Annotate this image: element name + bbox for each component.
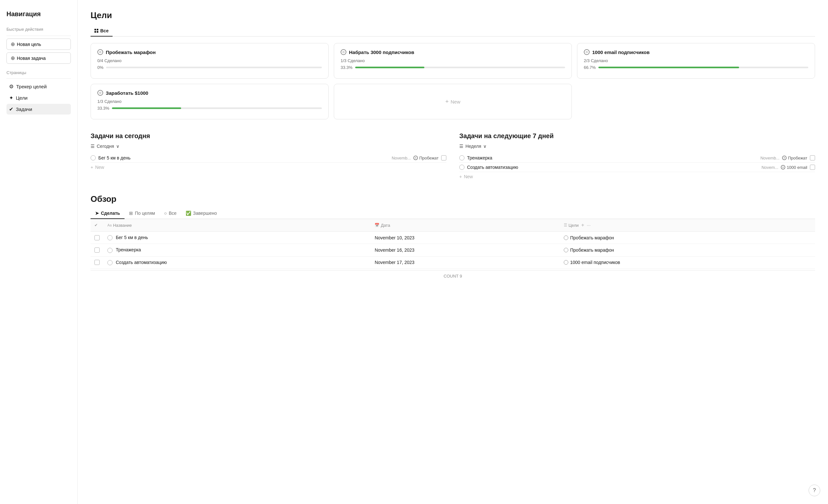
goal-card-1-title: Набрать 3000 подписчиков xyxy=(341,49,565,55)
task-week-1-goal: 1000 email xyxy=(781,165,807,170)
row-2-date-cell: November 17, 2023 xyxy=(371,256,560,268)
tasks-week-filter[interactable]: ☰ Неделя ∨ xyxy=(459,143,815,149)
overview-tab-all[interactable]: ○ Все xyxy=(160,208,181,219)
overview-tab-done-label: Завершено xyxy=(193,211,217,216)
new-task-button[interactable]: ⊕ Новая задача xyxy=(6,52,71,64)
goal-icon-0 xyxy=(97,49,103,55)
task-week-0: Тренажерка Novemb... Пробежат xyxy=(459,153,815,163)
tasks-today-filter[interactable]: ☰ Сегодня ∨ xyxy=(91,143,446,149)
goal-card-3-percent: 33.3% xyxy=(97,106,322,111)
count-bar: COUNT 9 xyxy=(91,270,815,282)
task-today-0-goal: Пробежат xyxy=(413,156,439,161)
task-circle-week-0 xyxy=(459,155,464,161)
aa-icon: Aa xyxy=(108,223,112,227)
goal-card-2-title: 1000 email подписчиков xyxy=(584,49,808,55)
task-today-0-name: Бег 5 км в день xyxy=(98,155,389,161)
new-goal-card[interactable]: + New xyxy=(334,84,572,119)
calendar-icon: 📅 xyxy=(375,223,379,227)
task-week-1-date: Novem... xyxy=(761,165,778,170)
sidebar-title: Навигация xyxy=(6,10,71,18)
row-2-circle xyxy=(108,260,113,265)
task-goal-icon-0 xyxy=(413,156,418,160)
goal-card-3-done: 1/3 Сделано xyxy=(97,99,322,104)
row-0-circle xyxy=(108,235,113,240)
overview-tab-by-goals[interactable]: ⊞ По целям xyxy=(125,208,160,219)
row-0-checkbox[interactable] xyxy=(94,235,99,240)
add-new-week-label: New xyxy=(464,174,473,179)
goal-card-0-title: Пробежать марафон xyxy=(97,49,322,55)
row-1-date-cell: November 16, 2023 xyxy=(371,244,560,256)
sidebar-item-goal-tracker[interactable]: ⚙ Трекер целей xyxy=(6,81,71,92)
task-week-1: Создать автоматизацию Novem... 1000 emai… xyxy=(459,163,815,172)
task-week-1-name: Создать автоматизацию xyxy=(467,165,759,170)
task-today-0-checkbox[interactable] xyxy=(441,155,446,161)
row-2-name-cell: Создать автоматизацию xyxy=(104,256,371,268)
sidebar-item-goals-label: Цели xyxy=(16,95,28,100)
row-2-checkbox[interactable] xyxy=(94,260,99,265)
new-goal-button[interactable]: ⊕ Новая цель xyxy=(6,39,71,50)
row-2-goal-tag: 1000 email подписчиков xyxy=(564,260,811,265)
goal-card-3-title: Заработать $1000 xyxy=(97,90,322,96)
add-column-button[interactable]: + xyxy=(581,222,584,228)
row-1-checkbox[interactable] xyxy=(94,248,99,253)
goal-card-1-done: 1/3 Сделано xyxy=(341,58,565,63)
table-row-0: Бег 5 км в день November 10, 2023 Пробеж… xyxy=(91,232,815,244)
new-task-label: Новая задача xyxy=(17,56,46,61)
overview-tab-by-goals-label: По целям xyxy=(135,211,155,216)
tab-all-goals[interactable]: Все xyxy=(91,26,113,37)
goal-card-0-done: 0/4 Сделано xyxy=(97,58,322,63)
plus-icon-week: + xyxy=(459,174,462,179)
task-week-1-checkbox[interactable] xyxy=(810,165,815,170)
add-new-week[interactable]: + New xyxy=(459,172,815,181)
plus-icon-today: + xyxy=(91,165,93,170)
progress-fill-1 xyxy=(355,67,424,68)
goal-card-0-percent: 0% xyxy=(97,65,322,70)
th-goals: ☰ Цели + ··· xyxy=(560,219,815,232)
overview-title: Обзор xyxy=(91,194,815,204)
more-options-button[interactable]: ··· xyxy=(587,222,591,228)
row-1-circle xyxy=(108,248,113,253)
help-button[interactable]: ? xyxy=(809,485,820,496)
chevron-down-icon: ∨ xyxy=(116,143,119,149)
tasks-icon: ✔ xyxy=(9,106,13,112)
check-icon-th: ✔ xyxy=(94,223,98,227)
overview-tabs: ➤ Сделать ⊞ По целям ○ Все ✅ Завершено xyxy=(91,208,815,219)
chevron-down-icon-week: ∨ xyxy=(483,143,487,149)
row-0-goal-cell: Пробежать марафон xyxy=(560,232,815,244)
goal-card-1[interactable]: Набрать 3000 подписчиков 1/3 Сделано 33.… xyxy=(334,43,572,79)
goal-card-0[interactable]: Пробежать марафон 0/4 Сделано 0% xyxy=(91,43,329,79)
overview-tab-todo[interactable]: ➤ Сделать xyxy=(91,208,125,219)
th-date: 📅 Дата xyxy=(371,219,560,232)
overview-tab-all-label: Все xyxy=(169,211,177,216)
plus-new-icon: + xyxy=(445,98,449,105)
goal-card-3[interactable]: Заработать $1000 1/3 Сделано 33.3% xyxy=(91,84,329,119)
goal-circle-small-1 xyxy=(564,248,568,252)
tasks-today-title: Задачи на сегодня xyxy=(91,132,446,140)
overview-tab-done[interactable]: ✅ Завершено xyxy=(181,208,221,219)
list-icon-th: ☰ xyxy=(564,223,567,227)
sidebar-item-goals[interactable]: ✦ Цели xyxy=(6,92,71,103)
goals-section-title: Цели xyxy=(91,10,815,20)
overview-table: ✔ Aa Название 📅 Дата xyxy=(91,219,815,269)
sidebar-item-goal-tracker-label: Трекер целей xyxy=(16,84,47,89)
progress-bar-1 xyxy=(355,67,565,68)
main-content: Цели Все Пробежать марафон 0/4 Сделано 0… xyxy=(78,0,828,504)
goal-card-2[interactable]: 1000 email подписчиков 2/3 Сделано 66.7% xyxy=(577,43,815,79)
add-new-today[interactable]: + New xyxy=(91,163,446,172)
task-week-0-checkbox[interactable] xyxy=(810,155,815,161)
row-1-check-cell xyxy=(91,244,104,256)
table-row-1: Тренажерка November 16, 2023 Пробежать м… xyxy=(91,244,815,256)
goal-card-2-percent: 66.7% xyxy=(584,65,808,70)
row-0-check-cell xyxy=(91,232,104,244)
row-1-name-cell: Тренажерка xyxy=(104,244,371,256)
tasks-week-title: Задачи на следующие 7 дней xyxy=(459,132,815,140)
task-week-0-name: Тренажерка xyxy=(467,155,758,161)
sidebar-item-tasks[interactable]: ✔ Задачи xyxy=(6,104,71,115)
tasks-row: Задачи на сегодня ☰ Сегодня ∨ Бег 5 км в… xyxy=(91,132,815,181)
task-week-goal-icon-1 xyxy=(781,165,785,169)
quick-actions-label: Быстрые действия xyxy=(6,27,71,32)
th-check: ✔ xyxy=(91,219,104,232)
arrow-circle-icon: ➤ xyxy=(95,211,99,216)
progress-bar-2 xyxy=(598,67,808,68)
tasks-today-filter-label: Сегодня xyxy=(97,143,114,149)
